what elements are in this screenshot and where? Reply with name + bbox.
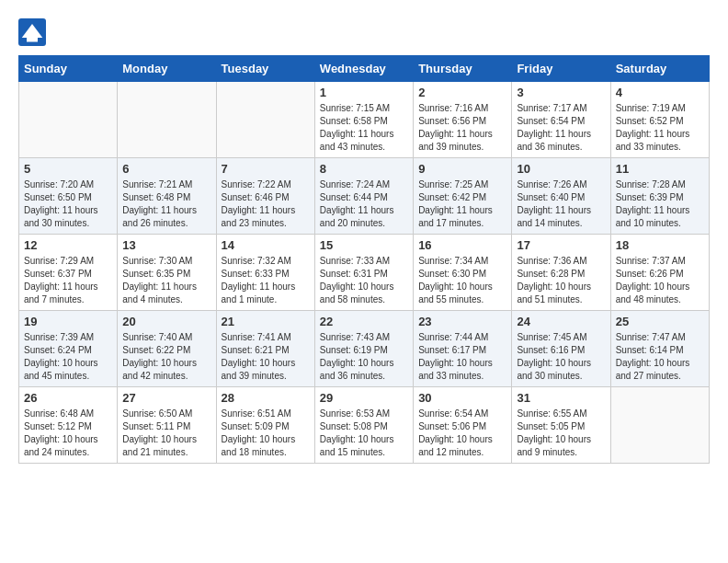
calendar-week-3: 12Sunrise: 7:29 AM Sunset: 6:37 PM Dayli… bbox=[19, 235, 710, 311]
day-number: 18 bbox=[616, 238, 704, 252]
day-number: 25 bbox=[616, 315, 704, 328]
day-info: Sunrise: 7:44 AM Sunset: 6:17 PM Dayligh… bbox=[418, 331, 506, 383]
calendar-cell: 4Sunrise: 7:19 AM Sunset: 6:52 PM Daylig… bbox=[610, 82, 709, 158]
day-of-week-monday: Monday bbox=[118, 56, 216, 82]
day-info: Sunrise: 7:17 AM Sunset: 6:54 PM Dayligh… bbox=[517, 102, 605, 154]
calendar-cell: 2Sunrise: 7:16 AM Sunset: 6:56 PM Daylig… bbox=[414, 82, 512, 158]
day-info: Sunrise: 7:36 AM Sunset: 6:28 PM Dayligh… bbox=[517, 255, 605, 306]
calendar-cell: 5Sunrise: 7:20 AM Sunset: 6:50 PM Daylig… bbox=[19, 158, 118, 235]
calendar-cell: 17Sunrise: 7:36 AM Sunset: 6:28 PM Dayli… bbox=[512, 235, 610, 311]
day-number: 20 bbox=[122, 315, 210, 328]
calendar-header-row: SundayMondayTuesdayWednesdayThursdayFrid… bbox=[19, 56, 710, 82]
calendar-week-1: 1Sunrise: 7:15 AM Sunset: 6:58 PM Daylig… bbox=[19, 82, 710, 158]
day-number: 17 bbox=[517, 238, 605, 252]
day-info: Sunrise: 7:37 AM Sunset: 6:26 PM Dayligh… bbox=[616, 255, 704, 306]
calendar-cell: 1Sunrise: 7:15 AM Sunset: 6:58 PM Daylig… bbox=[314, 82, 413, 158]
day-number: 15 bbox=[320, 238, 408, 252]
calendar-cell: 14Sunrise: 7:32 AM Sunset: 6:33 PM Dayli… bbox=[216, 235, 314, 311]
calendar-cell bbox=[19, 82, 118, 158]
calendar-cell: 18Sunrise: 7:37 AM Sunset: 6:26 PM Dayli… bbox=[610, 235, 709, 311]
calendar-cell: 7Sunrise: 7:22 AM Sunset: 6:46 PM Daylig… bbox=[216, 158, 314, 235]
day-number: 24 bbox=[517, 315, 605, 328]
page-header bbox=[18, 18, 710, 46]
day-number: 6 bbox=[122, 162, 210, 176]
day-info: Sunrise: 7:30 AM Sunset: 6:35 PM Dayligh… bbox=[122, 255, 210, 306]
day-info: Sunrise: 7:25 AM Sunset: 6:42 PM Dayligh… bbox=[418, 178, 506, 230]
day-number: 12 bbox=[24, 238, 112, 252]
day-info: Sunrise: 6:55 AM Sunset: 5:05 PM Dayligh… bbox=[517, 408, 605, 459]
day-of-week-sunday: Sunday bbox=[19, 56, 118, 82]
calendar-cell: 8Sunrise: 7:24 AM Sunset: 6:44 PM Daylig… bbox=[314, 158, 413, 235]
calendar-cell: 19Sunrise: 7:39 AM Sunset: 6:24 PM Dayli… bbox=[19, 311, 118, 387]
day-info: Sunrise: 7:47 AM Sunset: 6:14 PM Dayligh… bbox=[616, 331, 704, 383]
logo bbox=[18, 18, 50, 46]
calendar-cell bbox=[610, 387, 709, 464]
day-number: 2 bbox=[418, 86, 506, 99]
day-number: 13 bbox=[122, 238, 210, 252]
day-info: Sunrise: 7:20 AM Sunset: 6:50 PM Dayligh… bbox=[24, 178, 112, 230]
day-number: 21 bbox=[222, 315, 310, 328]
calendar-cell bbox=[216, 82, 314, 158]
day-number: 23 bbox=[418, 315, 506, 328]
logo-icon bbox=[18, 18, 46, 46]
day-number: 3 bbox=[517, 86, 605, 99]
day-of-week-saturday: Saturday bbox=[610, 56, 709, 82]
day-info: Sunrise: 7:28 AM Sunset: 6:39 PM Dayligh… bbox=[616, 178, 704, 230]
day-info: Sunrise: 6:51 AM Sunset: 5:09 PM Dayligh… bbox=[222, 408, 310, 459]
calendar-cell: 12Sunrise: 7:29 AM Sunset: 6:37 PM Dayli… bbox=[19, 235, 118, 311]
day-info: Sunrise: 7:39 AM Sunset: 6:24 PM Dayligh… bbox=[24, 331, 112, 383]
day-number: 4 bbox=[616, 86, 704, 99]
calendar-cell: 26Sunrise: 6:48 AM Sunset: 5:12 PM Dayli… bbox=[19, 387, 118, 464]
day-info: Sunrise: 6:48 AM Sunset: 5:12 PM Dayligh… bbox=[24, 408, 112, 459]
calendar-week-5: 26Sunrise: 6:48 AM Sunset: 5:12 PM Dayli… bbox=[19, 387, 710, 464]
day-info: Sunrise: 7:34 AM Sunset: 6:30 PM Dayligh… bbox=[418, 255, 506, 306]
day-info: Sunrise: 7:45 AM Sunset: 6:16 PM Dayligh… bbox=[517, 331, 605, 383]
day-info: Sunrise: 7:33 AM Sunset: 6:31 PM Dayligh… bbox=[320, 255, 408, 306]
day-number: 31 bbox=[517, 391, 605, 405]
day-number: 1 bbox=[320, 86, 408, 99]
calendar-cell: 13Sunrise: 7:30 AM Sunset: 6:35 PM Dayli… bbox=[118, 235, 216, 311]
day-info: Sunrise: 7:21 AM Sunset: 6:48 PM Dayligh… bbox=[122, 178, 210, 230]
day-info: Sunrise: 6:54 AM Sunset: 5:06 PM Dayligh… bbox=[418, 408, 506, 459]
calendar-week-4: 19Sunrise: 7:39 AM Sunset: 6:24 PM Dayli… bbox=[19, 311, 710, 387]
day-info: Sunrise: 7:43 AM Sunset: 6:19 PM Dayligh… bbox=[320, 331, 408, 383]
day-info: Sunrise: 7:41 AM Sunset: 6:21 PM Dayligh… bbox=[222, 331, 310, 383]
calendar-cell: 15Sunrise: 7:33 AM Sunset: 6:31 PM Dayli… bbox=[314, 235, 413, 311]
calendar-cell: 20Sunrise: 7:40 AM Sunset: 6:22 PM Dayli… bbox=[118, 311, 216, 387]
calendar-cell: 24Sunrise: 7:45 AM Sunset: 6:16 PM Dayli… bbox=[512, 311, 610, 387]
day-number: 8 bbox=[320, 162, 408, 176]
calendar-cell: 9Sunrise: 7:25 AM Sunset: 6:42 PM Daylig… bbox=[414, 158, 512, 235]
day-number: 29 bbox=[320, 391, 408, 405]
day-of-week-tuesday: Tuesday bbox=[216, 56, 314, 82]
calendar-cell: 11Sunrise: 7:28 AM Sunset: 6:39 PM Dayli… bbox=[610, 158, 709, 235]
day-number: 9 bbox=[418, 162, 506, 176]
calendar-week-2: 5Sunrise: 7:20 AM Sunset: 6:50 PM Daylig… bbox=[19, 158, 710, 235]
day-number: 16 bbox=[418, 238, 506, 252]
calendar-cell: 27Sunrise: 6:50 AM Sunset: 5:11 PM Dayli… bbox=[118, 387, 216, 464]
day-info: Sunrise: 7:22 AM Sunset: 6:46 PM Dayligh… bbox=[222, 178, 310, 230]
day-number: 7 bbox=[222, 162, 310, 176]
day-info: Sunrise: 7:40 AM Sunset: 6:22 PM Dayligh… bbox=[122, 331, 210, 383]
day-number: 19 bbox=[24, 315, 112, 328]
calendar-table: SundayMondayTuesdayWednesdayThursdayFrid… bbox=[18, 55, 710, 464]
calendar-cell: 23Sunrise: 7:44 AM Sunset: 6:17 PM Dayli… bbox=[414, 311, 512, 387]
svg-rect-2 bbox=[27, 38, 38, 42]
calendar-cell: 31Sunrise: 6:55 AM Sunset: 5:05 PM Dayli… bbox=[512, 387, 610, 464]
calendar-cell: 10Sunrise: 7:26 AM Sunset: 6:40 PM Dayli… bbox=[512, 158, 610, 235]
day-number: 22 bbox=[320, 315, 408, 328]
calendar-cell: 28Sunrise: 6:51 AM Sunset: 5:09 PM Dayli… bbox=[216, 387, 314, 464]
day-number: 5 bbox=[24, 162, 112, 176]
day-number: 28 bbox=[222, 391, 310, 405]
day-number: 14 bbox=[222, 238, 310, 252]
day-number: 10 bbox=[517, 162, 605, 176]
calendar-cell: 25Sunrise: 7:47 AM Sunset: 6:14 PM Dayli… bbox=[610, 311, 709, 387]
calendar-cell bbox=[118, 82, 216, 158]
calendar-cell: 16Sunrise: 7:34 AM Sunset: 6:30 PM Dayli… bbox=[414, 235, 512, 311]
day-info: Sunrise: 6:53 AM Sunset: 5:08 PM Dayligh… bbox=[320, 408, 408, 459]
day-number: 30 bbox=[418, 391, 506, 405]
day-number: 11 bbox=[616, 162, 704, 176]
day-info: Sunrise: 7:24 AM Sunset: 6:44 PM Dayligh… bbox=[320, 178, 408, 230]
day-info: Sunrise: 7:29 AM Sunset: 6:37 PM Dayligh… bbox=[24, 255, 112, 306]
day-of-week-friday: Friday bbox=[512, 56, 610, 82]
day-info: Sunrise: 7:15 AM Sunset: 6:58 PM Dayligh… bbox=[320, 102, 408, 154]
